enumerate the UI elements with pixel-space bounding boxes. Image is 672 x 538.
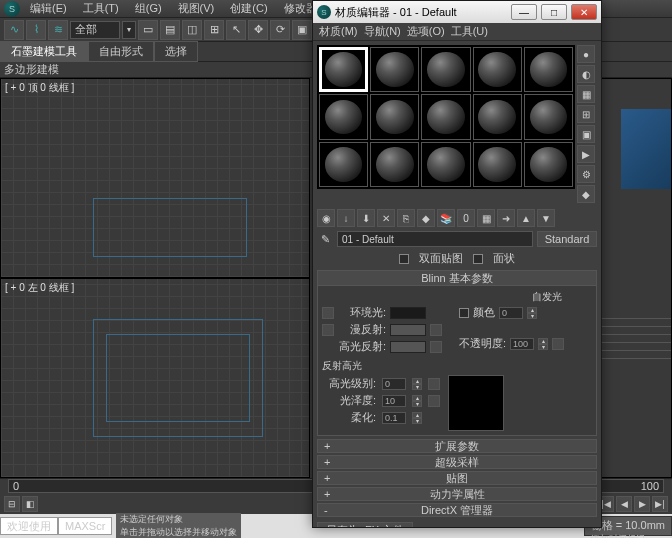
- select-region-icon[interactable]: ◫: [182, 20, 202, 40]
- uv-tiling-icon[interactable]: ⊞: [577, 105, 595, 123]
- material-type-button[interactable]: Standard: [537, 231, 597, 247]
- minimize-button[interactable]: —: [511, 4, 537, 20]
- sample-slot-14[interactable]: [473, 142, 522, 187]
- make-preview-icon[interactable]: ▶: [577, 145, 595, 163]
- play-prev-icon[interactable]: ◀: [616, 496, 632, 512]
- app-logo-icon[interactable]: S: [4, 1, 20, 17]
- put-to-library-icon[interactable]: 📚: [437, 209, 455, 227]
- mat-menu-material[interactable]: 材质(M): [319, 24, 358, 39]
- diffuse-lock-icon[interactable]: [322, 324, 334, 336]
- sample-slot-15[interactable]: [524, 142, 573, 187]
- rollout-maps[interactable]: +贴图: [317, 471, 597, 485]
- make-copy-icon[interactable]: ⎘: [397, 209, 415, 227]
- menu-group[interactable]: 组(G): [129, 0, 168, 17]
- save-fx-button[interactable]: 另存为 .FX 文件: [317, 522, 413, 527]
- opacity-map-slot[interactable]: [552, 338, 564, 350]
- show-end-result-icon[interactable]: ➜: [497, 209, 515, 227]
- sample-slot-11[interactable]: [319, 142, 368, 187]
- material-id-icon[interactable]: 0: [457, 209, 475, 227]
- menu-edit[interactable]: 编辑(E): [24, 0, 73, 17]
- rollout-supersampling[interactable]: +超级采样: [317, 455, 597, 469]
- close-button[interactable]: ✕: [571, 4, 597, 20]
- faceted-checkbox[interactable]: [473, 254, 483, 264]
- sample-slot-10[interactable]: [524, 94, 573, 139]
- tab-selection[interactable]: 选择: [154, 41, 198, 62]
- go-parent-icon[interactable]: ▲: [517, 209, 535, 227]
- polygon-modeling-label[interactable]: 多边形建模: [4, 62, 59, 77]
- double-sided-checkbox[interactable]: [399, 254, 409, 264]
- unlink-icon[interactable]: ⌇: [26, 20, 46, 40]
- mat-menu-options[interactable]: 选项(O): [407, 24, 445, 39]
- viewport-perspective[interactable]: [600, 78, 672, 478]
- maximize-button[interactable]: □: [541, 4, 567, 20]
- material-name-input[interactable]: [337, 231, 533, 247]
- sample-type-icon[interactable]: ●: [577, 45, 595, 63]
- sample-slot-1[interactable]: [319, 47, 368, 92]
- rollout-dynamics[interactable]: +动力学属性: [317, 487, 597, 501]
- menu-create[interactable]: 创建(C): [224, 0, 273, 17]
- make-unique-icon[interactable]: ◆: [417, 209, 435, 227]
- menu-tools[interactable]: 工具(T): [77, 0, 125, 17]
- backlight-icon[interactable]: ◐: [577, 65, 595, 83]
- go-sibling-icon[interactable]: ▼: [537, 209, 555, 227]
- spinner-down-icon[interactable]: ▾: [527, 313, 537, 319]
- options-icon[interactable]: ⚙: [577, 165, 595, 183]
- diffuse-swatch[interactable]: [390, 324, 426, 336]
- window-crossing-icon[interactable]: ⊞: [204, 20, 224, 40]
- select-name-icon[interactable]: ▤: [160, 20, 180, 40]
- sample-slot-12[interactable]: [370, 142, 419, 187]
- select-by-mat-icon[interactable]: ◆: [577, 185, 595, 203]
- move-icon[interactable]: ✥: [248, 20, 268, 40]
- put-to-scene-icon[interactable]: ↓: [337, 209, 355, 227]
- rotate-icon[interactable]: ⟳: [270, 20, 290, 40]
- rollout-extended[interactable]: +扩展参数: [317, 439, 597, 453]
- ambient-lock-icon[interactable]: [322, 307, 334, 319]
- video-check-icon[interactable]: ▣: [577, 125, 595, 143]
- glossiness-spinner[interactable]: 10: [382, 395, 406, 407]
- sample-slot-4[interactable]: [473, 47, 522, 92]
- selection-filter-dropdown[interactable]: 全部: [70, 21, 120, 39]
- sample-slot-6[interactable]: [319, 94, 368, 139]
- rollout-directx[interactable]: -DirectX 管理器: [317, 503, 597, 517]
- background-icon[interactable]: ▦: [577, 85, 595, 103]
- sample-slot-13[interactable]: [421, 142, 470, 187]
- mat-menu-utilities[interactable]: 工具(U): [451, 24, 488, 39]
- viewport-left[interactable]: [ + 0 左 0 线框 ]: [0, 278, 310, 478]
- selfillum-spinner[interactable]: 0: [499, 307, 523, 319]
- blinn-rollout-header[interactable]: Blinn 基本参数: [317, 270, 597, 286]
- opacity-spinner[interactable]: 100: [510, 338, 534, 350]
- glossiness-map-slot[interactable]: [428, 395, 440, 407]
- sample-slot-2[interactable]: [370, 47, 419, 92]
- timeline-btn-1[interactable]: ⊟: [4, 496, 20, 512]
- selfillum-color-checkbox[interactable]: [459, 308, 469, 318]
- dropdown-chevron-icon[interactable]: ▾: [122, 21, 136, 39]
- play-icon[interactable]: ▶: [634, 496, 650, 512]
- get-material-icon[interactable]: ◉: [317, 209, 335, 227]
- bind-icon[interactable]: ≋: [48, 20, 68, 40]
- diffuse-map-slot[interactable]: [430, 324, 442, 336]
- select-icon[interactable]: ▭: [138, 20, 158, 40]
- spec-level-map-slot[interactable]: [428, 378, 440, 390]
- sample-slot-5[interactable]: [524, 47, 573, 92]
- scale-icon[interactable]: ▣: [292, 20, 312, 40]
- menu-view[interactable]: 视图(V): [172, 0, 221, 17]
- mat-menu-navigation[interactable]: 导航(N): [364, 24, 401, 39]
- viewport-top[interactable]: [ + 0 顶 0 线框 ]: [0, 78, 310, 278]
- tab-freeform[interactable]: 自由形式: [88, 41, 154, 62]
- play-next-icon[interactable]: ▶|: [652, 496, 668, 512]
- sample-slot-3[interactable]: [421, 47, 470, 92]
- soften-spinner[interactable]: 0.1: [382, 412, 406, 424]
- reset-map-icon[interactable]: ✕: [377, 209, 395, 227]
- spec-level-spinner[interactable]: 0: [382, 378, 406, 390]
- ambient-swatch[interactable]: [390, 307, 426, 319]
- timeline-btn-2[interactable]: ◧: [22, 496, 38, 512]
- link-icon[interactable]: ∿: [4, 20, 24, 40]
- eyedropper-icon[interactable]: ✎: [317, 231, 333, 247]
- sample-slot-9[interactable]: [473, 94, 522, 139]
- sample-slot-7[interactable]: [370, 94, 419, 139]
- specular-swatch[interactable]: [390, 341, 426, 353]
- cursor-icon[interactable]: ↖: [226, 20, 246, 40]
- show-in-viewport-icon[interactable]: ▦: [477, 209, 495, 227]
- specular-map-slot[interactable]: [430, 341, 442, 353]
- assign-to-selection-icon[interactable]: ⬇: [357, 209, 375, 227]
